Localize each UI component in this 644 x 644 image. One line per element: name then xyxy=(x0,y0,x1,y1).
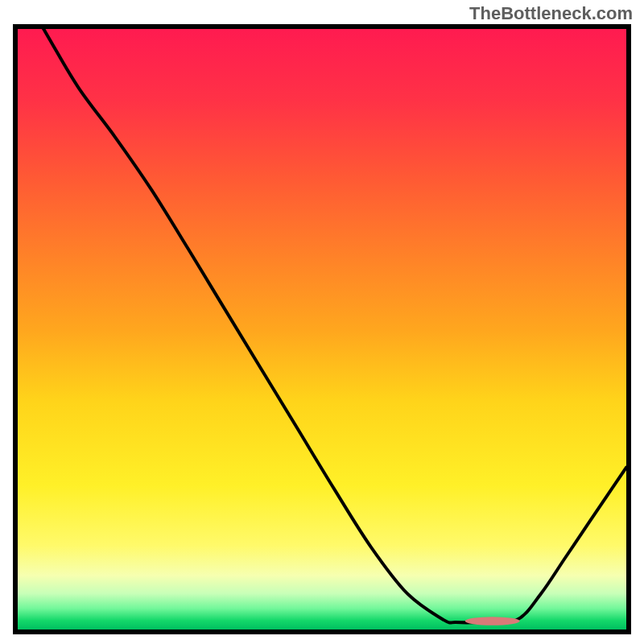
chart-area xyxy=(13,24,631,634)
optimal-marker xyxy=(465,617,520,625)
chart-svg xyxy=(18,29,626,630)
attribution-text: TheBottleneck.com xyxy=(469,3,633,24)
heatmap-background xyxy=(18,29,626,630)
